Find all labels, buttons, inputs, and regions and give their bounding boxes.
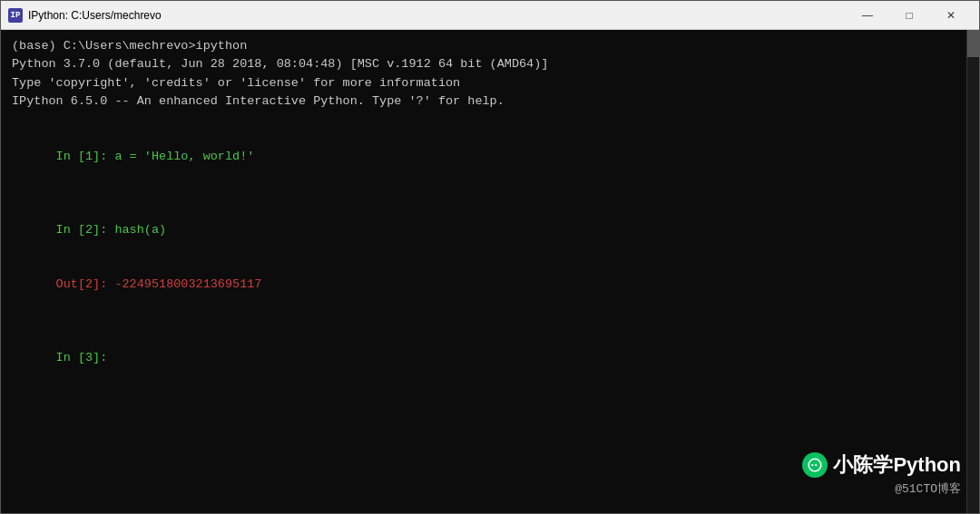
prompt-in3: In [3]: [56,351,115,364]
terminal-line: Type 'copyright', 'credits' or 'license'… [12,74,968,92]
value-out2: -2249518003213695117 [114,277,261,291]
watermark-text: 小陈学Python [833,451,961,479]
window-controls: — □ ✕ [847,1,972,30]
terminal-window: IP IPython: C:Users/mechrevo — □ ✕ (base… [0,0,980,514]
window-icon: IP [8,8,23,23]
terminal-line-out2: Out[2]: -2249518003213695117 [12,257,968,313]
terminal-line [12,313,968,331]
terminal-line: IPython 6.5.0 -- An enhanced Interactive… [12,92,968,111]
wechat-icon [802,452,828,478]
watermark: 小陈学Python @51CTO博客 [802,451,961,497]
watermark-brand: 小陈学Python [802,451,961,479]
titlebar: IP IPython: C:Users/mechrevo — □ ✕ [1,1,979,30]
terminal-line [12,184,968,202]
window-title: IPython: C:Users/mechrevo [28,9,847,22]
terminal-line [12,111,968,129]
terminal-line-in1: In [1]: a = 'Hello, world!' [12,129,968,184]
watermark-sub: @51CTO博客 [895,480,961,497]
close-button[interactable]: ✕ [930,1,972,30]
terminal-line: Python 3.7.0 (default, Jun 28 2018, 08:0… [12,55,968,73]
minimize-button[interactable]: — [847,1,888,30]
code-in1: a = 'Hello, world!' [114,150,254,163]
terminal-line-in2: In [2]: hash(a) [12,202,968,257]
code-in2: hash(a) [114,223,166,237]
maximize-button[interactable]: □ [888,1,930,30]
terminal-line-in3: In [3]: [12,331,968,386]
prompt-out2: Out[2]: [56,277,115,291]
terminal-body[interactable]: (base) C:\Users\mechrevo>ipython Python … [1,30,979,513]
scrollbar[interactable] [966,30,979,513]
scrollbar-thumb[interactable] [967,30,979,57]
terminal-line: (base) C:\Users\mechrevo>ipython [12,37,968,55]
prompt-in1: In [1]: [56,150,115,163]
prompt-in2: In [2]: [56,223,115,237]
